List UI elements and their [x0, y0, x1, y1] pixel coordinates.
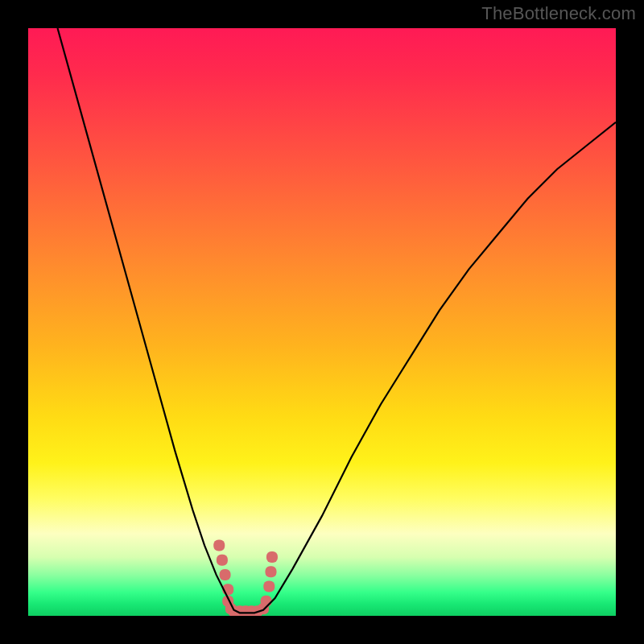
- chart-frame: TheBottleneck.com: [0, 0, 644, 644]
- svg-rect-15: [266, 551, 278, 563]
- svg-rect-1: [217, 555, 228, 566]
- curve-layer: [28, 28, 616, 616]
- svg-rect-0: [213, 539, 225, 551]
- plot-area: [28, 28, 616, 616]
- watermark-text: TheBottleneck.com: [481, 3, 636, 24]
- svg-rect-12: [261, 596, 272, 607]
- svg-rect-2: [220, 569, 231, 580]
- svg-rect-13: [263, 581, 275, 592]
- svg-rect-14: [265, 566, 276, 577]
- bottleneck-curve: [58, 28, 617, 613]
